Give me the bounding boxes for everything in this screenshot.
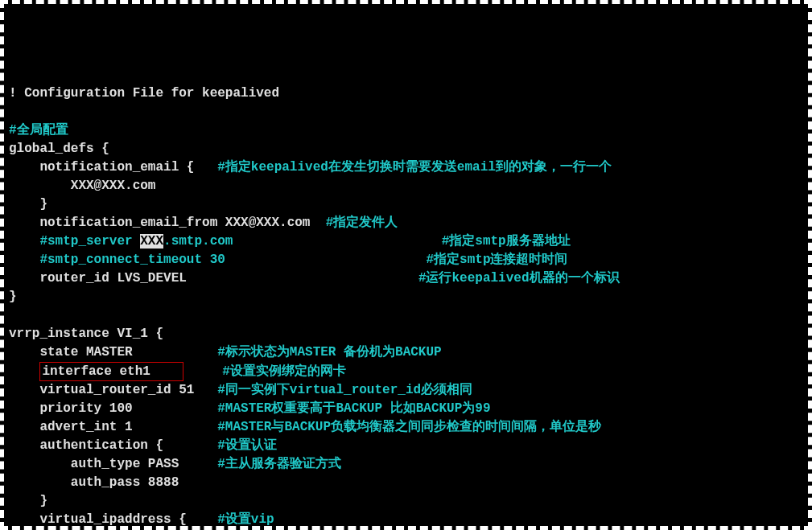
comment: #MASTER权重要高于BACKUP 比如BACKUP为99 — [217, 401, 490, 416]
code-line: authentication { — [9, 438, 217, 453]
code-line: auth_type PASS — [9, 457, 217, 471]
code-line: advert_int 1 — [9, 420, 217, 434]
code-line: #smtp_server — [9, 234, 140, 249]
highlight-box: interface eth1 — [39, 362, 183, 381]
code-line: vrrp_instance VI_1 { — [9, 327, 163, 341]
code-line — [183, 364, 222, 379]
comment: #指定smtp服务器地址 — [442, 234, 571, 249]
code-line: notification_email { — [9, 160, 217, 175]
code-line: router_id LVS_DEVEL — [9, 271, 418, 286]
comment: #主从服务器验证方式 — [217, 457, 341, 471]
comment: #设置vip — [217, 512, 274, 527]
code-line: virtual_ipaddress { — [9, 512, 217, 527]
code-line: auth_pass 8888 — [9, 475, 179, 490]
comment: #标示状态为MASTER 备份机为BACKUP — [217, 345, 441, 359]
code-line: } — [9, 197, 47, 212]
code-line: priority 100 — [9, 401, 217, 416]
code-line: notification_email_from XXX@XXX.com — [9, 216, 326, 230]
comment: #设置实例绑定的网卡 — [222, 364, 346, 379]
code-line: } — [9, 494, 47, 508]
selected-text[interactable]: XXX — [140, 234, 163, 249]
comment: #指定keepalived在发生切换时需要发送email到的对象，一行一个 — [217, 160, 612, 175]
code-line: #smtp_connect_timeout 30 — [9, 253, 426, 267]
comment: #指定smtp连接超时时间 — [426, 253, 567, 267]
comment: #同一实例下virtual_router_id必须相同 — [217, 383, 472, 397]
code-line: global_defs { — [9, 142, 109, 156]
comment: #指定发件人 — [326, 216, 398, 230]
code-line: ! Configuration File for keepalived — [9, 86, 279, 101]
code-line: virtual_router_id 51 — [9, 383, 217, 397]
code-line: } — [9, 290, 17, 304]
code-line: .smtp.com — [163, 234, 442, 249]
comment: #全局配置 — [9, 123, 68, 138]
code-line: state MASTER — [9, 345, 217, 359]
code-line: XXX@XXX.com — [9, 179, 155, 193]
comment: #MASTER与BACKUP负载均衡器之间同步检查的时间间隔，单位是秒 — [217, 420, 601, 434]
comment: #运行keepalived机器的一个标识 — [418, 271, 620, 286]
comment: #设置认证 — [217, 438, 277, 453]
code-line — [9, 364, 39, 379]
